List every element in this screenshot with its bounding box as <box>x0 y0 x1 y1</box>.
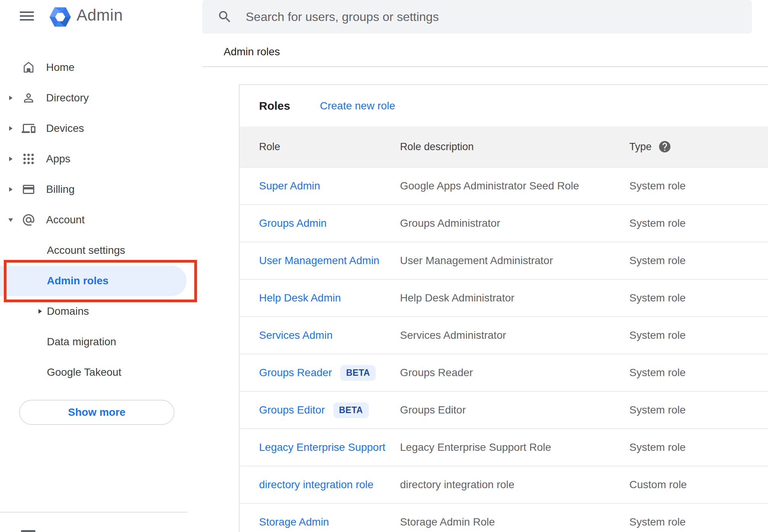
column-header-type: Type <box>629 140 768 154</box>
role-cell: Super Admin <box>259 180 400 192</box>
role-description: Groups Reader <box>400 367 629 379</box>
sidebar-item-home[interactable]: Home <box>0 52 202 83</box>
role-description: Groups Editor <box>400 404 629 416</box>
role-description: Storage Admin Role <box>400 516 629 528</box>
sidebar-label-directory: Directory <box>46 92 89 104</box>
show-more-button[interactable]: Show more <box>19 400 174 425</box>
role-type: System role <box>629 367 768 379</box>
role-link[interactable]: Legacy Enterprise Support <box>259 441 386 453</box>
sidebar-divider <box>0 512 187 513</box>
sidebar-label-account-settings: Account settings <box>47 244 125 256</box>
role-cell: Services Admin <box>259 329 400 341</box>
role-cell: User Management Admin <box>259 255 400 267</box>
role-description: Groups Administrator <box>400 217 629 229</box>
role-link[interactable]: Groups Reader <box>259 367 332 379</box>
role-type: Custom role <box>629 479 768 491</box>
sidebar-label-domains: Domains <box>47 305 89 317</box>
sidebar: Home Directory Devices <box>0 52 202 388</box>
role-description: Help Desk Administrator <box>400 292 629 304</box>
home-icon <box>22 61 35 76</box>
table-row: directory integration role directory int… <box>240 466 768 503</box>
sidebar-label-admin-roles: Admin roles <box>47 275 109 287</box>
column-header-type-label: Type <box>629 141 652 153</box>
sidebar-label-account: Account <box>46 214 85 226</box>
table-row: Groups Reader BETA Groups Reader System … <box>240 354 768 391</box>
apps-grid-icon <box>22 152 35 167</box>
role-description: User Management Administrator <box>400 255 629 267</box>
feedback-icon <box>21 530 35 532</box>
sidebar-item-account-settings[interactable]: Account settings <box>0 235 202 266</box>
at-sign-icon <box>22 213 35 228</box>
column-header-role-description: Role description <box>400 141 629 153</box>
sidebar-item-apps[interactable]: Apps <box>0 144 202 174</box>
role-type: System role <box>629 329 768 341</box>
role-type: System role <box>629 404 768 416</box>
sidebar-item-account[interactable]: Account <box>0 205 202 235</box>
sidebar-item-devices[interactable]: Devices <box>0 113 202 144</box>
role-description: directory integration role <box>400 479 629 491</box>
role-type: System role <box>629 441 768 453</box>
roles-panel-header: Roles Create new role <box>240 85 768 127</box>
sidebar-item-google-takeout[interactable]: Google Takeout <box>0 357 202 388</box>
sidebar-label-apps: Apps <box>46 153 70 165</box>
role-description: Legacy Enterprise Support Role <box>400 441 629 453</box>
beta-badge: BETA <box>333 402 369 418</box>
role-cell: Storage Admin <box>259 516 400 528</box>
sidebar-label-devices: Devices <box>46 122 84 135</box>
roles-panel: Roles Create new role Role Role descript… <box>239 84 768 532</box>
role-type: System role <box>629 516 768 528</box>
beta-badge: BETA <box>340 365 376 381</box>
chevron-right-icon[interactable] <box>8 95 14 103</box>
role-type: System role <box>629 255 768 267</box>
search-input[interactable] <box>246 10 703 24</box>
menu-icon[interactable] <box>20 11 34 23</box>
app-title: Admin <box>77 6 123 24</box>
sidebar-item-billing[interactable]: Billing <box>0 174 202 205</box>
table-row: Super Admin Google Apps Administrator Se… <box>240 167 768 204</box>
panel-title: Roles <box>259 99 290 112</box>
sidebar-item-data-migration[interactable]: Data migration <box>0 327 202 357</box>
chevron-right-icon[interactable] <box>8 156 14 163</box>
table-row: Groups Admin Groups Administrator System… <box>240 204 768 242</box>
role-type: System role <box>629 217 768 229</box>
create-new-role-link[interactable]: Create new role <box>320 100 395 112</box>
table-row: Groups Editor BETA Groups Editor System … <box>240 391 768 428</box>
table-body: Super Admin Google Apps Administrator Se… <box>240 167 768 532</box>
sidebar-item-directory[interactable]: Directory <box>0 83 202 113</box>
role-link[interactable]: Super Admin <box>259 180 320 192</box>
breadcrumb: Admin roles <box>224 46 280 58</box>
search-icon <box>217 9 232 24</box>
role-description: Services Administrator <box>400 329 629 341</box>
role-link[interactable]: Help Desk Admin <box>259 292 341 304</box>
credit-card-icon <box>22 183 35 198</box>
table-row: User Management Admin User Management Ad… <box>240 242 768 279</box>
chevron-right-icon[interactable] <box>8 186 14 194</box>
role-type: System role <box>629 180 768 192</box>
column-header-role: Role <box>259 141 400 153</box>
role-link[interactable]: Services Admin <box>259 329 333 341</box>
help-icon[interactable] <box>658 140 672 154</box>
chevron-right-icon[interactable] <box>8 125 14 133</box>
role-cell: Groups Reader BETA <box>259 365 400 381</box>
role-cell: Groups Admin <box>259 217 400 229</box>
role-cell: Legacy Enterprise Support <box>259 441 400 453</box>
sidebar-item-domains[interactable]: Domains <box>0 296 202 327</box>
search-bar[interactable] <box>202 0 752 34</box>
role-link[interactable]: Groups Admin <box>259 217 326 229</box>
role-description: Google Apps Administrator Seed Role <box>400 180 629 192</box>
chevron-down-icon[interactable] <box>8 217 14 224</box>
devices-icon <box>22 122 35 137</box>
table-row: Services Admin Services Administrator Sy… <box>240 316 768 354</box>
person-icon <box>22 91 35 106</box>
role-link[interactable]: User Management Admin <box>259 255 379 267</box>
role-cell: Help Desk Admin <box>259 292 400 304</box>
sidebar-label-google-takeout: Google Takeout <box>47 366 122 378</box>
role-link[interactable]: Groups Editor <box>259 404 325 416</box>
sidebar-item-admin-roles[interactable]: Admin roles <box>0 266 187 296</box>
admin-logo-icon <box>49 6 71 29</box>
sidebar-label-billing: Billing <box>46 183 75 195</box>
chevron-right-icon[interactable] <box>37 308 43 316</box>
role-link[interactable]: Storage Admin <box>259 516 329 528</box>
table-row: Storage Admin Storage Admin Role System … <box>240 503 768 532</box>
role-link[interactable]: directory integration role <box>259 479 373 491</box>
